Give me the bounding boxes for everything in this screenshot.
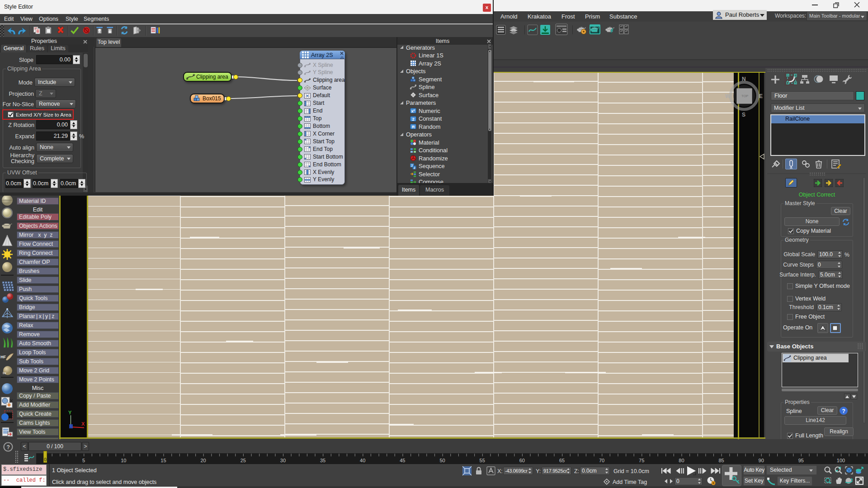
svg-text:25: 25: [241, 458, 246, 463]
svg-text:0x: 0x: [3, 371, 6, 375]
svg-text:75: 75: [639, 458, 644, 463]
svg-text:TOP: TOP: [741, 94, 748, 98]
svg-text:?: ?: [842, 408, 845, 414]
svg-text:N: N: [742, 76, 746, 82]
svg-text:X: X: [81, 421, 85, 427]
svg-text:10: 10: [121, 458, 126, 463]
svg-text:55: 55: [480, 458, 485, 463]
svg-text:HF: HF: [0, 355, 6, 359]
svg-text:R: R: [412, 125, 415, 129]
svg-text:95: 95: [798, 458, 804, 463]
svg-text:60: 60: [519, 458, 525, 463]
svg-text:65: 65: [559, 458, 565, 463]
svg-text:?: ?: [7, 444, 10, 450]
svg-text:45: 45: [400, 458, 405, 463]
svg-text:2: 2: [414, 165, 415, 169]
svg-text:S: S: [742, 112, 745, 118]
svg-text:20: 20: [200, 458, 206, 463]
svg-text:Y: Y: [68, 410, 72, 415]
svg-text:85: 85: [718, 458, 724, 463]
svg-text:2: 2: [412, 117, 415, 121]
svg-text:40: 40: [360, 458, 365, 463]
svg-text:5: 5: [82, 458, 85, 463]
svg-text:35: 35: [320, 458, 326, 463]
svg-text:100: 100: [837, 458, 845, 463]
svg-text:E: E: [759, 93, 763, 99]
svg-text:15: 15: [160, 458, 166, 463]
svg-text:x²: x²: [411, 109, 415, 113]
svg-text:W: W: [725, 93, 731, 99]
svg-text:70: 70: [599, 458, 604, 463]
svg-text:30: 30: [280, 458, 286, 463]
svg-text:80: 80: [679, 458, 684, 463]
svg-text:90: 90: [759, 458, 764, 463]
svg-text:50: 50: [439, 458, 445, 463]
